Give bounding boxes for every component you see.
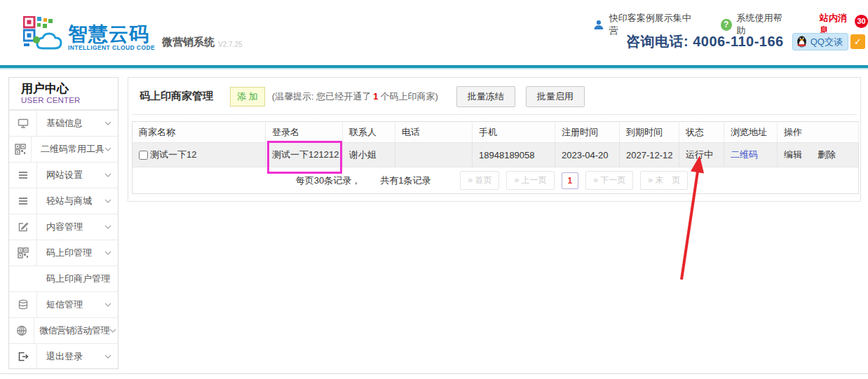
monitor-icon	[9, 111, 37, 136]
sidebar-item-basic-info[interactable]: 基础信息	[9, 110, 118, 136]
first-page-button[interactable]: » 首页	[460, 171, 499, 190]
col-merchant-name: 商家名称	[133, 122, 266, 143]
col-expire-time: 到期时间	[620, 122, 679, 143]
chevron-down-icon	[104, 173, 111, 177]
sidebar-item-label: 内容管理	[46, 221, 83, 233]
qq-verified-icon[interactable]: ✓	[850, 34, 865, 49]
tip-suffix: 个码上印商家)	[380, 91, 438, 102]
total-records-text: 共有1条记录	[380, 174, 430, 187]
chevron-down-icon	[104, 147, 111, 151]
brand-logo-group: 智慧云码 INTELLIGENT CLOUD CODE 微营销系统 V2.7.2…	[23, 16, 243, 51]
sidebar: 用户中心 USER CENTER 基础信息 二维码常用工具 网站设置	[8, 77, 118, 369]
dotted-divider	[133, 114, 857, 115]
globe-icon	[9, 318, 34, 343]
col-mobile: 手机	[473, 122, 555, 143]
page-title-row: 码上印商家管理 添 加 (温馨提示: 您已经开通了1个码上印商家) 批量冻结 批…	[140, 87, 852, 106]
sidebar-item-content-management[interactable]: 内容管理	[9, 214, 118, 240]
last-page-button[interactable]: » 末 页	[640, 171, 688, 190]
top-header: 智慧云码 INTELLIGENT CLOUD CODE 微营销系统 V2.7.2…	[0, 0, 868, 65]
sidebar-item-label: 微信营销活动管理	[39, 324, 109, 337]
sidebar-item-wechat-marketing-management[interactable]: 微信营销活动管理	[9, 317, 118, 343]
sidebar-item-logout[interactable]: 退出登录	[9, 343, 118, 369]
sidebar-header: 用户中心 USER CENTER	[9, 78, 118, 110]
main-panel: 码上印商家管理 添 加 (温馨提示: 您已经开通了1个码上印商家) 批量冻结 批…	[128, 77, 861, 202]
page-size-text: 每页30条记录，	[296, 174, 360, 187]
brand-text: 智慧云码 INTELLIGENT CLOUD CODE	[68, 24, 155, 51]
merchant-name: 测试一下12	[150, 149, 196, 161]
brand-name: 智慧云码	[68, 24, 155, 44]
product-name: 微营销系统	[162, 36, 215, 51]
col-telephone: 电话	[395, 122, 473, 143]
merchant-table: 商家名称 登录名 联系人 电话 手机 注册时间 到期时间 状态 浏览地址 操作 …	[132, 121, 859, 194]
help-icon: ?	[721, 19, 732, 31]
tip-prefix: (温馨提示: 您已经开通了	[272, 91, 372, 102]
chevron-down-icon	[104, 225, 111, 229]
chevron-down-icon	[104, 251, 111, 255]
batch-freeze-button[interactable]: 批量冻结	[456, 86, 515, 107]
delete-link[interactable]: 删除	[818, 149, 836, 160]
contact-cell: 谢小姐	[343, 143, 395, 167]
sidebar-item-label: 网站设置	[46, 169, 83, 181]
hotline-phone: 咨询电话: 4006-110-166	[626, 32, 784, 51]
sidebar-item-label: 退出登录	[46, 350, 83, 363]
version-label: V2.7.25	[218, 41, 242, 51]
sidebar-item-lite-site-mall[interactable]: 轻站与商城	[9, 188, 118, 214]
header-accent-bar-light	[0, 68, 868, 69]
col-register-time: 注册时间	[555, 122, 620, 143]
col-login-name: 登录名	[266, 122, 343, 143]
sidebar-item-print-code-merchant-management[interactable]: 码上印商户管理	[9, 266, 118, 291]
sidebar-item-site-settings[interactable]: 网站设置	[9, 162, 118, 188]
hotline-label: 咨询电话:	[626, 34, 689, 49]
database-icon	[9, 292, 37, 317]
next-page-button[interactable]: » 下一页	[585, 171, 633, 190]
mobile-cell: 18948189058	[473, 143, 555, 167]
hotline-number: 4006-110-166	[693, 34, 783, 49]
user-icon	[593, 19, 604, 31]
merchant-name-cell: 测试一下12	[133, 143, 266, 167]
tip-text: (温馨提示: 您已经开通了1个码上印商家)	[272, 90, 438, 103]
sidebar-item-label: 短信管理	[46, 298, 83, 311]
sidebar-item-qrcode-tools[interactable]: 二维码常用工具	[9, 136, 118, 162]
col-actions: 操作	[778, 122, 859, 143]
qq-chat-button[interactable]: QQ交谈	[792, 33, 848, 50]
sidebar-item-label: 二维码常用工具	[41, 143, 104, 156]
cloud-qrcode-logo-icon	[23, 16, 62, 51]
sidebar-item-sms-management[interactable]: 短信管理	[9, 291, 118, 317]
chevron-down-icon	[104, 121, 111, 125]
qrcode-icon	[9, 137, 32, 162]
sidebar-subtitle: USER CENTER	[21, 96, 118, 104]
edit-link[interactable]: 编辑	[784, 149, 802, 160]
menu-lines-icon	[9, 188, 37, 214]
menu-lines-icon	[9, 163, 37, 188]
magenta-highlight-box	[267, 141, 342, 174]
brand-tagline: INTELLIGENT CLOUD CODE	[68, 44, 155, 51]
chevron-down-icon	[104, 199, 111, 203]
sidebar-item-label: 基础信息	[46, 117, 83, 130]
edit-icon	[9, 214, 37, 240]
empty-icon-cell	[9, 266, 37, 291]
col-status: 状态	[679, 122, 724, 143]
prev-page-button[interactable]: » 上一页	[506, 171, 554, 190]
qq-penguin-icon	[796, 35, 808, 48]
chevron-down-icon	[104, 303, 111, 307]
expire-time-cell: 2027-12-12	[620, 143, 679, 167]
tip-count: 1	[371, 91, 380, 102]
sidebar-item-print-code-management[interactable]: 码上印管理	[9, 240, 118, 266]
current-page-button[interactable]: 1	[562, 172, 579, 189]
footer-divider	[0, 373, 868, 374]
register-time-cell: 2023-04-20	[555, 143, 620, 167]
row-select-checkbox[interactable]	[139, 151, 148, 160]
message-count-badge: 30	[855, 15, 868, 28]
qrcode-icon	[9, 240, 37, 266]
qrcode-link[interactable]: 二维码	[731, 149, 758, 160]
col-view-address: 浏览地址	[724, 122, 778, 143]
add-merchant-button[interactable]: 添 加	[230, 87, 265, 106]
table-header-row: 商家名称 登录名 联系人 电话 手机 注册时间 到期时间 状态 浏览地址 操作	[133, 122, 859, 143]
col-contact: 联系人	[343, 122, 395, 143]
cloud-shape	[37, 34, 61, 48]
sidebar-item-label: 码上印管理	[46, 247, 92, 259]
status-badge: 运行中	[679, 143, 724, 167]
actions-cell: 编辑删除	[778, 143, 859, 167]
batch-enable-button[interactable]: 批量启用	[526, 86, 585, 107]
sidebar-item-label: 码上印商户管理	[46, 273, 110, 285]
